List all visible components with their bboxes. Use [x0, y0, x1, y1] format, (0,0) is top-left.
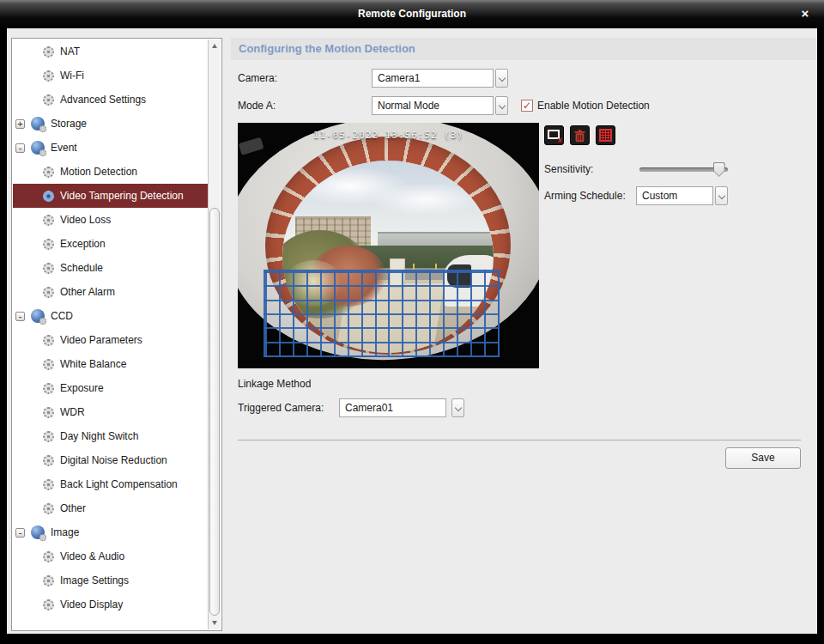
sidebar-item-image-settings[interactable]: Image Settings: [13, 568, 208, 592]
sidebar-tree: NATWi-FiAdvanced Settings+Storage-EventM…: [13, 39, 208, 629]
sidebar-item-advanced-settings[interactable]: Advanced Settings: [13, 88, 208, 112]
sidebar-item-label: Exposure: [60, 382, 104, 394]
sidebar-item-label: Other Alarm: [60, 286, 115, 298]
chevron-down-icon: [455, 404, 462, 411]
gear-icon: [43, 215, 54, 226]
gear-icon: [43, 167, 54, 178]
sidebar-item-exposure[interactable]: Exposure: [13, 376, 208, 400]
sensitivity-slider-handle[interactable]: [713, 162, 725, 177]
delete-region-button[interactable]: [570, 125, 590, 145]
triggered-camera-select[interactable]: Camera01: [339, 398, 446, 417]
linkage-method-title: Linkage Method: [238, 374, 311, 393]
sidebar-item-wdr[interactable]: WDR: [13, 400, 208, 424]
gear-icon: [43, 263, 54, 274]
sidebar-item-other[interactable]: Other: [13, 496, 208, 520]
sidebar-item-ccd[interactable]: -CCD: [13, 304, 208, 328]
sidebar-item-video-audio[interactable]: Video & Audio: [13, 544, 208, 568]
gear-icon: [43, 359, 54, 370]
sidebar-item-label: Image Settings: [60, 574, 129, 586]
sidebar-item-event[interactable]: -Event: [13, 136, 208, 160]
expand-toggle-icon[interactable]: +: [15, 119, 25, 129]
sidebar-item-label: Back Light Compensation: [60, 478, 178, 490]
sidebar-item-label: Video Loss: [60, 214, 111, 226]
gear-icon: [43, 383, 54, 394]
sensitivity-label: Sensitivity:: [544, 160, 593, 179]
gear-icon: [43, 479, 54, 490]
sidebar-item-storage[interactable]: +Storage: [13, 112, 208, 136]
sidebar-item-digital-noise-reduction[interactable]: Digital Noise Reduction: [13, 448, 208, 472]
gear-icon: [43, 46, 54, 58]
sidebar-item-label: Storage: [51, 118, 87, 130]
enable-motion-detection-checkbox[interactable]: ✓: [521, 100, 533, 112]
sidebar-item-video-parameters[interactable]: Video Parameters: [13, 328, 208, 352]
sidebar-item-label: WDR: [60, 406, 85, 418]
check-icon: ✓: [523, 100, 531, 112]
full-area-button[interactable]: [596, 125, 615, 145]
expand-toggle-icon[interactable]: -: [15, 312, 25, 321]
sidebar-item-nat[interactable]: NAT: [13, 39, 208, 64]
sidebar-item-day-night-switch[interactable]: Day Night Switch: [13, 424, 208, 448]
sidebar-item-label: Image: [51, 526, 79, 538]
sidebar-item-white-balance[interactable]: White Balance: [13, 352, 208, 376]
sidebar-item-video-display[interactable]: Video Display: [13, 592, 208, 617]
expand-toggle-icon[interactable]: -: [15, 143, 25, 153]
preview-timestamp: 11-05-2022 13:56:52 (3): [238, 130, 539, 141]
sidebar-item-label: Video Tampering Detection: [60, 190, 184, 202]
motion-detection-grid-overlay[interactable]: [264, 270, 500, 357]
category-globe-icon: [31, 309, 45, 323]
gear-icon: [39, 149, 46, 156]
scrollbar-thumb[interactable]: [209, 208, 220, 616]
sidebar-scrollbar[interactable]: [208, 39, 221, 629]
triggered-camera-select-arrow[interactable]: [451, 398, 464, 417]
sidebar-item-exception[interactable]: Exception: [13, 232, 208, 256]
gear-icon: [43, 335, 54, 346]
sidebar-item-label: Advanced Settings: [60, 94, 146, 106]
sidebar-item-label: White Balance: [60, 358, 126, 370]
sidebar-item-wi-fi[interactable]: Wi-Fi: [13, 64, 208, 88]
scroll-down-icon[interactable]: [209, 617, 221, 629]
camera-select-arrow[interactable]: [495, 69, 508, 88]
mode-label: Mode A:: [238, 96, 276, 115]
sidebar-item-label: Schedule: [60, 262, 103, 274]
sidebar-item-image[interactable]: -Image: [13, 520, 208, 544]
save-button[interactable]: Save: [725, 447, 801, 469]
sidebar-item-label: Digital Noise Reduction: [60, 454, 167, 466]
gear-icon: [39, 125, 46, 132]
gear-icon: [39, 534, 46, 541]
sidebar-item-label: Video & Audio: [60, 550, 124, 562]
sidebar-item-other-alarm[interactable]: Other Alarm: [13, 280, 208, 304]
sidebar-item-label: Day Night Switch: [60, 430, 138, 442]
gear-icon: [43, 191, 54, 202]
camera-label: Camera:: [238, 69, 277, 88]
arming-schedule-select[interactable]: Custom: [636, 186, 713, 205]
enable-motion-detection-label: Enable Motion Detection: [537, 96, 650, 115]
gear-icon: [43, 94, 54, 106]
chevron-down-icon: [499, 102, 506, 109]
sidebar-item-label: Video Display: [60, 598, 123, 611]
camera-select[interactable]: Camera1: [372, 69, 494, 88]
scroll-up-icon[interactable]: [209, 39, 221, 52]
sidebar-item-video-tampering-detection[interactable]: Video Tampering Detection: [13, 184, 208, 208]
sidebar-item-label: Event: [51, 142, 77, 154]
mode-select[interactable]: Normal Mode: [372, 96, 494, 115]
gear-icon: [43, 287, 54, 298]
sidebar-item-back-light-compensation[interactable]: Back Light Compensation: [13, 472, 208, 496]
sidebar-item-schedule[interactable]: Schedule: [13, 256, 208, 280]
sidebar: NATWi-FiAdvanced Settings+Storage-EventM…: [11, 38, 222, 631]
video-preview[interactable]: 11-05-2022 13:56:52 (3): [238, 123, 539, 368]
gear-icon: [43, 575, 54, 586]
mode-select-arrow[interactable]: [495, 96, 508, 115]
sidebar-item-video-loss[interactable]: Video Loss: [13, 208, 208, 232]
titlebar: Remote Configuration ×: [0, 0, 824, 28]
close-icon[interactable]: ×: [796, 4, 815, 23]
page-title: Configuring the Motion Detection: [231, 38, 816, 60]
category-globe-icon: [31, 526, 45, 539]
arming-schedule-select-arrow[interactable]: [715, 186, 728, 205]
expand-toggle-icon[interactable]: -: [15, 528, 25, 538]
sidebar-item-motion-detection[interactable]: Motion Detection: [13, 160, 208, 184]
red-x-icon: ×: [557, 137, 562, 145]
draw-region-button[interactable]: ×: [544, 125, 564, 145]
gear-icon: [43, 239, 54, 250]
sensitivity-slider[interactable]: [639, 162, 728, 177]
window-title: Remote Configuration: [0, 0, 824, 28]
